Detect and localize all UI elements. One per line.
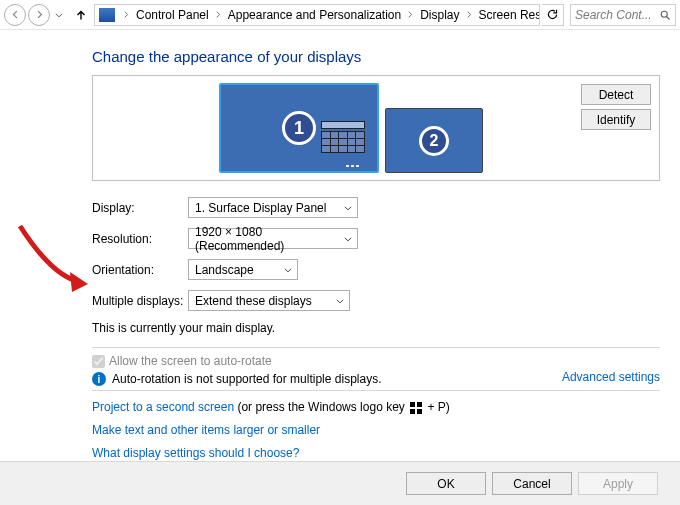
crumb-appearance[interactable]: Appearance and Personalization xyxy=(226,8,403,22)
windows-key-icon xyxy=(410,402,422,414)
monitor-2-badge: 2 xyxy=(419,126,449,156)
chevron-down-icon xyxy=(343,234,353,244)
chevron-right-icon[interactable] xyxy=(119,10,134,19)
display-label: Display: xyxy=(92,201,188,215)
divider xyxy=(92,347,660,348)
search-icon xyxy=(659,9,671,21)
svg-point-0 xyxy=(661,11,667,17)
orientation-value: Landscape xyxy=(195,263,254,277)
orientation-select[interactable]: Landscape xyxy=(188,259,298,280)
cancel-button[interactable]: Cancel xyxy=(492,472,572,495)
apply-button: Apply xyxy=(578,472,658,495)
multiple-displays-label: Multiple displays: xyxy=(92,294,188,308)
crumb-display[interactable]: Display xyxy=(418,8,461,22)
monitor-1-badge: 1 xyxy=(282,111,316,145)
autorotate-checkbox xyxy=(92,355,105,368)
search-placeholder: Search Cont... xyxy=(575,8,655,22)
orientation-label: Orientation: xyxy=(92,263,188,277)
identify-button[interactable]: Identify xyxy=(581,109,651,130)
autorotate-label: Allow the screen to auto-rotate xyxy=(109,354,272,368)
chevron-down-icon xyxy=(335,296,345,306)
project-hint-a: (or press the Windows logo key xyxy=(234,400,408,414)
crumb-screen-resolution[interactable]: Screen Resolution xyxy=(477,8,540,22)
display-value: 1. Surface Display Panel xyxy=(195,201,326,215)
multiple-displays-select[interactable]: Extend these displays xyxy=(188,290,350,311)
crumb-control-panel[interactable]: Control Panel xyxy=(134,8,211,22)
project-hint-b: + P) xyxy=(424,400,450,414)
action-bar: OK Cancel Apply xyxy=(0,461,680,505)
search-input[interactable]: Search Cont... xyxy=(570,4,676,26)
displays-preview: Detect Identify 1 2 xyxy=(92,75,660,181)
content-area: Change the appearance of your displays D… xyxy=(0,30,680,470)
history-dropdown[interactable] xyxy=(54,10,64,20)
project-link[interactable]: Project to a second screen xyxy=(92,400,234,414)
ok-button[interactable]: OK xyxy=(406,472,486,495)
control-panel-icon xyxy=(99,8,115,22)
chevron-right-icon[interactable] xyxy=(403,10,418,19)
autorotate-info: Auto-rotation is not supported for multi… xyxy=(112,372,381,386)
text-size-link[interactable]: Make text and other items larger or smal… xyxy=(92,423,320,437)
chevron-right-icon[interactable] xyxy=(462,10,477,19)
resolution-label: Resolution: xyxy=(92,232,188,246)
chevron-down-icon xyxy=(343,203,353,213)
chevron-down-icon xyxy=(283,265,293,275)
address-bar[interactable]: Control Panel Appearance and Personaliza… xyxy=(94,4,540,26)
monitor-2[interactable]: 2 xyxy=(385,108,483,173)
keypad-icon xyxy=(321,121,365,161)
info-icon: i xyxy=(92,372,106,386)
back-button[interactable] xyxy=(4,4,26,26)
display-select[interactable]: 1. Surface Display Panel xyxy=(188,197,358,218)
divider xyxy=(92,390,660,391)
navigation-bar: Control Panel Appearance and Personaliza… xyxy=(0,0,680,30)
monitor-1[interactable]: 1 xyxy=(219,83,379,173)
resolution-value: 1920 × 1080 (Recommended) xyxy=(195,225,343,253)
up-button[interactable] xyxy=(74,8,88,22)
chevron-right-icon[interactable] xyxy=(211,10,226,19)
resolution-select[interactable]: 1920 × 1080 (Recommended) xyxy=(188,228,358,249)
refresh-button[interactable] xyxy=(542,4,564,26)
multiple-displays-value: Extend these displays xyxy=(195,294,312,308)
detect-button[interactable]: Detect xyxy=(581,84,651,105)
main-display-status: This is currently your main display. xyxy=(92,321,660,335)
forward-button[interactable] xyxy=(28,4,50,26)
advanced-settings-link[interactable]: Advanced settings xyxy=(562,370,660,384)
page-title: Change the appearance of your displays xyxy=(92,48,660,65)
help-link[interactable]: What display settings should I choose? xyxy=(92,446,299,460)
